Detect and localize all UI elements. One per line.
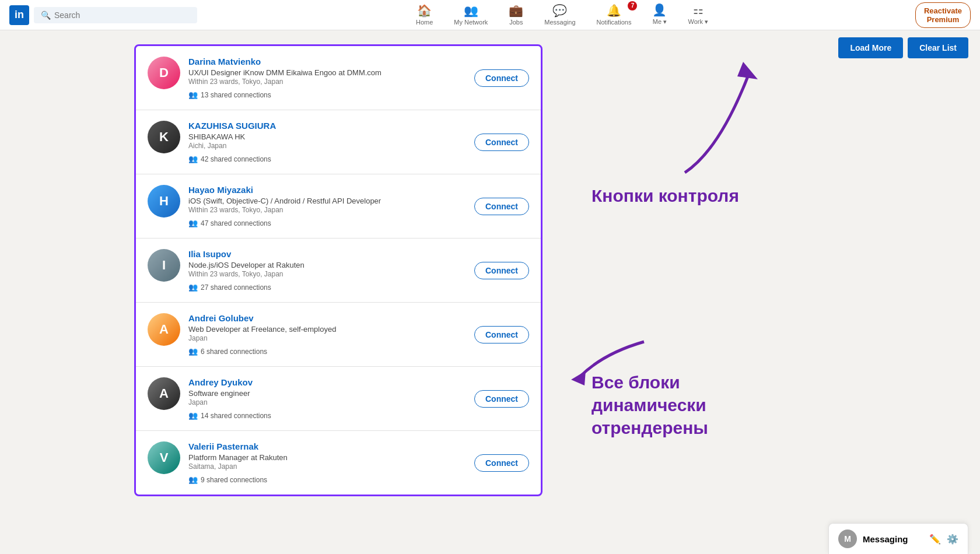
messaging-avatar: M: [838, 530, 857, 548]
person-location: Japan: [188, 398, 466, 406]
connect-button[interactable]: Connect: [474, 390, 529, 408]
person-name[interactable]: Andrei Golubev: [188, 313, 254, 323]
settings-icon[interactable]: ⚙️: [947, 534, 958, 545]
list-item: A Andrey Dyukov Software engineer Japan …: [136, 367, 541, 431]
search-bar[interactable]: 🔍: [34, 7, 197, 23]
person-location: Within 23 wards, Tokyo, Japan: [188, 270, 466, 278]
connect-button[interactable]: Connect: [474, 326, 529, 343]
person-title: UX/UI Designer iKnow DMM Eikaiwa Engoo a…: [188, 68, 466, 77]
person-title: Software engineer: [188, 389, 466, 398]
arrow-to-buttons: [673, 56, 766, 184]
nav-home[interactable]: 🏠 Home: [407, 1, 442, 29]
nav-work[interactable]: ⚏ Work ▾: [678, 1, 718, 29]
person-info: Andrey Dyukov Software engineer Japan 👥 …: [188, 377, 466, 420]
people-panel: D Darina Matvienko UX/UI Designer iKnow …: [134, 44, 542, 496]
avatar: A: [148, 377, 180, 410]
list-item: K KAZUHISA SUGIURA SHIBAKAWA HK Aichi, J…: [136, 110, 541, 174]
shared-connections-count: 9 shared connections: [201, 476, 267, 484]
nav-jobs-label: Jobs: [509, 19, 523, 26]
premium-button[interactable]: ReactivatePremium: [915, 2, 971, 28]
person-info: Hayao Miyazaki iOS (Swift, Objective-C) …: [188, 185, 466, 227]
control-buttons-bar: Load More Clear List: [838, 37, 968, 58]
annotation-area: Кнопки контроля Все блоки динамически от…: [556, 44, 980, 496]
shared-connections-icon: 👥: [188, 475, 198, 484]
connect-button[interactable]: Connect: [474, 69, 529, 87]
person-title: Node.js/iOS Developer at Rakuten: [188, 261, 466, 269]
person-title: Web Developer at Freelance, self-employe…: [188, 325, 466, 334]
shared-connections-icon: 👥: [188, 90, 198, 99]
avatar: K: [148, 121, 180, 153]
person-title: Platform Manager at Rakuten: [188, 453, 466, 462]
shared-connections-icon: 👥: [188, 219, 198, 227]
person-name[interactable]: Valerii Pasternak: [188, 441, 258, 451]
nav-jobs[interactable]: 💼 Jobs: [499, 1, 533, 29]
person-location: Within 23 wards, Tokyo, Japan: [188, 78, 466, 86]
work-icon: ⚏: [693, 3, 704, 17]
connect-button[interactable]: Connect: [474, 262, 529, 279]
avatar: I: [148, 249, 180, 282]
network-icon: 👥: [464, 3, 478, 17]
person-name[interactable]: KAZUHISA SUGIURA: [188, 121, 276, 131]
person-info: Ilia Isupov Node.js/iOS Developer at Rak…: [188, 249, 466, 292]
load-more-button[interactable]: Load More: [838, 37, 903, 58]
person-name[interactable]: Ilia Isupov: [188, 249, 231, 259]
person-shared-connections: 👥 13 shared connections: [188, 90, 466, 99]
nav-my-network[interactable]: 👥 My Network: [444, 1, 497, 29]
person-shared-connections: 👥 27 shared connections: [188, 283, 466, 292]
messaging-icon: 💬: [552, 3, 567, 17]
person-info: Darina Matvienko UX/UI Designer iKnow DM…: [188, 57, 466, 99]
connect-button[interactable]: Connect: [474, 198, 529, 215]
main-content: D Darina Matvienko UX/UI Designer iKnow …: [0, 30, 980, 496]
person-shared-connections: 👥 47 shared connections: [188, 219, 466, 227]
nav-items: 🏠 Home 👥 My Network 💼 Jobs 💬 Messaging 🔔…: [209, 1, 915, 29]
list-item: H Hayao Miyazaki iOS (Swift, Objective-C…: [136, 174, 541, 239]
messaging-label: Messaging: [863, 534, 923, 544]
svg-marker-1: [571, 371, 586, 385]
search-icon: 🔍: [41, 10, 51, 20]
person-info: Andrei Golubev Web Developer at Freelanc…: [188, 313, 466, 356]
person-title: SHIBAKAWA HK: [188, 132, 466, 141]
avatar: H: [148, 185, 180, 218]
notifications-icon: 🔔: [607, 3, 621, 17]
list-item: I Ilia Isupov Node.js/iOS Developer at R…: [136, 239, 541, 303]
person-location: Japan: [188, 334, 466, 342]
nav-messaging[interactable]: 💬 Messaging: [535, 1, 584, 29]
shared-connections-count: 6 shared connections: [201, 348, 267, 356]
search-input[interactable]: [54, 10, 190, 20]
shared-connections-icon: 👥: [188, 283, 198, 292]
svg-marker-0: [737, 62, 758, 79]
notifications-badge: 7: [628, 1, 637, 10]
shared-connections-icon: 👥: [188, 155, 198, 163]
clear-list-button[interactable]: Clear List: [908, 37, 968, 58]
home-icon: 🏠: [417, 3, 432, 17]
connect-button[interactable]: Connect: [474, 134, 529, 151]
person-title: iOS (Swift, Objective-C) / Android / Res…: [188, 197, 466, 205]
avatar: A: [148, 313, 180, 346]
annotation-label-2: Все блоки динамически отрендерены: [592, 371, 790, 439]
person-shared-connections: 👥 6 shared connections: [188, 347, 466, 356]
shared-connections-count: 27 shared connections: [201, 283, 271, 292]
avatar: D: [148, 57, 180, 89]
person-info: Valerii Pasternak Platform Manager at Ra…: [188, 441, 466, 484]
nav-messaging-label: Messaging: [544, 19, 575, 26]
person-location: Within 23 wards, Tokyo, Japan: [188, 206, 466, 214]
person-name[interactable]: Andrey Dyukov: [188, 377, 253, 387]
list-item: A Andrei Golubev Web Developer at Freela…: [136, 303, 541, 367]
shared-connections-icon: 👥: [188, 411, 198, 420]
person-info: KAZUHISA SUGIURA SHIBAKAWA HK Aichi, Jap…: [188, 121, 466, 163]
person-shared-connections: 👥 9 shared connections: [188, 475, 466, 484]
nav-notifications-label: Notifications: [597, 19, 632, 26]
nav-me[interactable]: 👤 Me ▾: [643, 1, 676, 29]
compose-icon[interactable]: ✏️: [929, 534, 941, 545]
nav-notifications[interactable]: 🔔 7 Notifications: [587, 1, 641, 29]
shared-connections-count: 47 shared connections: [201, 219, 271, 227]
linkedin-logo[interactable]: in: [9, 5, 29, 25]
person-name[interactable]: Darina Matvienko: [188, 57, 261, 66]
navbar: in 🔍 🏠 Home 👥 My Network 💼 Jobs 💬 Messag…: [0, 0, 980, 30]
nav-right: ReactivatePremium: [915, 2, 971, 28]
connect-button[interactable]: Connect: [474, 454, 529, 472]
person-shared-connections: 👥 42 shared connections: [188, 155, 466, 163]
nav-me-label: Me ▾: [653, 18, 667, 26]
nav-work-label: Work ▾: [688, 18, 708, 26]
person-name[interactable]: Hayao Miyazaki: [188, 185, 253, 195]
